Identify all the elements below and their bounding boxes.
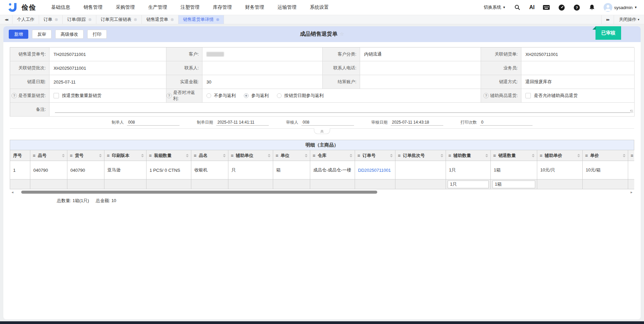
menu-item[interactable]: 销售管理	[84, 4, 102, 10]
help-circle-icon[interactable]: ?	[483, 93, 489, 98]
switch-system-dropdown[interactable]: 切换系统 ▼	[484, 4, 506, 10]
add-button[interactable]: 新增	[9, 30, 28, 39]
help-circle-icon[interactable]: ?	[166, 93, 172, 98]
column-header[interactable]: ≡辅助单价	[537, 150, 583, 161]
scroll-tabs-left-icon[interactable]: ◀◀	[0, 15, 12, 24]
rebate-radio-option[interactable]: 参与返利	[244, 93, 269, 99]
scroll-left-icon[interactable]: ◄	[10, 191, 15, 194]
tab-item[interactable]: 销售退货单⊗	[142, 15, 179, 24]
search-icon[interactable]	[514, 4, 521, 11]
tab-close-icon[interactable]: ⊗	[55, 17, 58, 22]
scrollbar-track[interactable]	[15, 191, 629, 194]
sort-arrows-icon[interactable]	[223, 154, 226, 157]
sort-arrows-icon[interactable]	[305, 154, 308, 157]
help-circle-icon[interactable]: ?	[11, 93, 17, 98]
tab-close-icon[interactable]: ⊗	[88, 17, 92, 22]
favorite-star-icon[interactable]: ☆	[340, 31, 344, 37]
column-menu-icon[interactable]: ≡	[231, 153, 233, 158]
tab-item[interactable]: 订单/跟踪⊗	[63, 15, 96, 24]
column-header[interactable]: ≡装箱数量	[147, 150, 191, 161]
scrollbar-thumb[interactable]	[21, 191, 377, 194]
column-header[interactable]: ≡单位	[273, 150, 310, 161]
app-logo-icon[interactable]	[7, 2, 18, 13]
dashboard-icon[interactable]	[558, 4, 565, 11]
scroll-tabs-right-icon[interactable]: ▶▶	[601, 15, 614, 24]
column-header[interactable]: ≡订单号	[355, 150, 395, 161]
column-header[interactable]: ≡辅助数量	[446, 150, 491, 161]
menu-item[interactable]: 财务管理	[245, 4, 264, 10]
aux-qty-input[interactable]	[448, 181, 489, 188]
collapse-header-button[interactable]	[314, 128, 330, 134]
sort-arrows-icon[interactable]	[62, 154, 65, 157]
keyboard-icon[interactable]	[543, 4, 550, 11]
column-header[interactable]: ≡订单批次号	[395, 150, 446, 161]
user-menu[interactable]: sysadmin ▼	[604, 3, 637, 12]
column-menu-icon[interactable]: ≡	[194, 153, 196, 158]
remark-input[interactable]	[55, 107, 630, 113]
toolbar-button[interactable]: 高级修改	[55, 30, 84, 39]
sort-arrows-icon[interactable]	[390, 154, 393, 157]
column-header[interactable]: ≡印刷版本	[104, 150, 147, 161]
column-menu-icon[interactable]: ≡	[107, 153, 109, 158]
rebate-radio-option[interactable]: 按销货日期参与返利	[277, 93, 324, 99]
sort-arrows-icon[interactable]	[350, 154, 352, 157]
close-operations-dropdown[interactable]: 关闭操作 ▾	[614, 15, 644, 24]
tab-item[interactable]: 订单⊗	[39, 15, 63, 24]
column-header[interactable]: ≡货号	[67, 150, 104, 161]
column-menu-icon[interactable]: ≡	[631, 153, 633, 158]
sort-arrows-icon[interactable]	[577, 154, 580, 157]
tab-close-icon[interactable]: ⊗	[170, 17, 174, 22]
menu-item[interactable]: 系统设置	[310, 4, 329, 10]
column-header[interactable]: ≡品名	[191, 150, 228, 161]
column-menu-icon[interactable]: ≡	[313, 153, 315, 158]
column-menu-icon[interactable]: ≡	[276, 153, 278, 158]
column-header[interactable]: ≡销退数量	[491, 150, 537, 161]
sort-arrows-icon[interactable]	[532, 154, 535, 157]
column-header-content: ≡辅助数量	[448, 153, 488, 159]
sort-arrows-icon[interactable]	[623, 154, 625, 157]
scroll-right-icon[interactable]: ►	[629, 191, 634, 194]
column-header[interactable]: ≡仓库	[310, 150, 355, 161]
column-menu-icon[interactable]: ≡	[357, 153, 360, 158]
column-menu-icon[interactable]: ≡	[149, 153, 152, 158]
tab-item[interactable]: 个人工作	[12, 15, 39, 24]
sort-arrows-icon[interactable]	[141, 154, 144, 157]
rebate-radio-option[interactable]: 不参与返利	[206, 93, 236, 99]
column-menu-icon[interactable]: ≡	[33, 153, 35, 158]
menu-item[interactable]: 基础信息	[51, 4, 70, 10]
ai-icon[interactable]: AI	[529, 4, 535, 10]
menu-item[interactable]: 库存管理	[213, 4, 232, 10]
column-header[interactable]: ≡单价	[583, 150, 628, 161]
menu-item[interactable]: 运输管理	[278, 4, 296, 10]
table-row[interactable]: 1040790040790亚马逊1 PCS/ 0 CTNS收银机只箱成品仓-成品…	[10, 161, 635, 180]
sort-arrows-icon[interactable]	[99, 154, 102, 157]
column-menu-icon[interactable]: ≡	[70, 153, 72, 158]
sort-arrows-icon[interactable]	[186, 154, 189, 157]
tab-close-icon[interactable]: ⊗	[134, 17, 137, 22]
toolbar-button[interactable]: 反审	[32, 30, 52, 39]
tab-active[interactable]: 销售退货单详情⊗	[179, 15, 224, 24]
resell-checkbox[interactable]: 按退货数量重新销货	[54, 93, 101, 99]
column-menu-icon[interactable]: ≡	[448, 153, 451, 158]
column-header[interactable]: ≡品号	[30, 150, 67, 161]
sort-arrows-icon[interactable]	[268, 154, 270, 157]
column-menu-icon[interactable]: ≡	[540, 153, 542, 158]
aux-return-checkbox[interactable]: 是否允许辅助商品退货	[525, 93, 578, 99]
column-menu-icon[interactable]: ≡	[585, 153, 588, 158]
menu-item[interactable]: 注塑管理	[181, 4, 199, 10]
bell-icon[interactable]	[588, 4, 595, 11]
sort-arrows-icon[interactable]	[441, 154, 443, 157]
return-qty-input[interactable]	[492, 181, 535, 188]
help-icon[interactable]: ?	[573, 4, 580, 11]
column-menu-icon[interactable]: ≡	[398, 153, 400, 158]
toolbar-button[interactable]: 打印	[87, 30, 107, 39]
tab-item[interactable]: 订单完工催销表⊗	[96, 15, 142, 24]
resize-handle-icon[interactable]	[630, 110, 633, 113]
tab-close-icon[interactable]: ⊗	[216, 17, 219, 22]
menu-item[interactable]: 采购管理	[116, 4, 135, 10]
column-header[interactable]: ≡辅助单位	[228, 150, 273, 161]
menu-item[interactable]: 生产管理	[148, 4, 167, 10]
order-link[interactable]: DD20250711001	[358, 168, 391, 173]
sort-arrows-icon[interactable]	[485, 154, 488, 157]
column-menu-icon[interactable]: ≡	[493, 153, 496, 158]
